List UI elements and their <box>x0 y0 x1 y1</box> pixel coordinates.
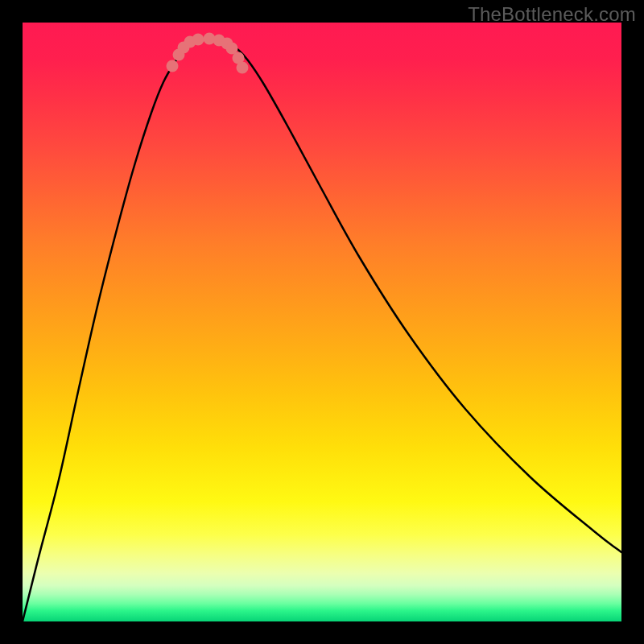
chart-frame <box>23 23 621 621</box>
highlight-dots <box>167 33 249 74</box>
highlight-dot <box>237 62 249 74</box>
highlight-dot <box>167 60 179 72</box>
bottleneck-curve-svg <box>23 23 621 621</box>
bottleneck-curve-path <box>23 39 621 621</box>
highlight-dot <box>192 34 204 46</box>
